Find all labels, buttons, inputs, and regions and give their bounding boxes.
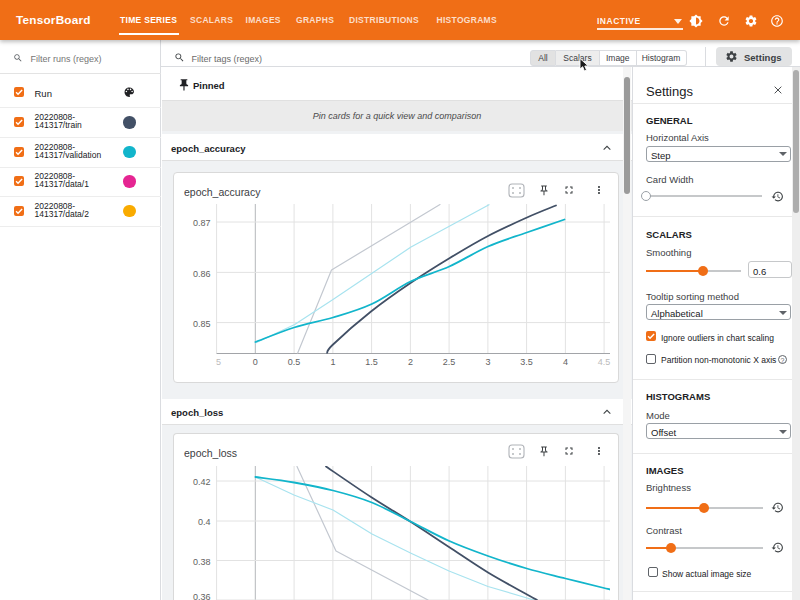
svg-text:2.5: 2.5 [443,357,456,367]
svg-text:2: 2 [408,357,413,367]
svg-text:0.87: 0.87 [193,218,211,228]
svg-text:0: 0 [253,357,258,367]
svg-text:0.85: 0.85 [193,319,211,329]
svg-text:4.5: 4.5 [598,357,611,367]
svg-text:0.86: 0.86 [193,269,211,279]
svg-text:4: 4 [563,357,568,367]
svg-text:1: 1 [330,357,335,367]
svg-text:0.42: 0.42 [193,477,211,487]
svg-text:3.5: 3.5 [520,357,533,367]
svg-text:5: 5 [216,357,221,367]
svg-text:0.4: 0.4 [198,517,211,527]
svg-text:0.5: 0.5 [288,357,301,367]
svg-text:0.38: 0.38 [193,557,211,567]
svg-text:3: 3 [485,357,490,367]
svg-text:0.36: 0.36 [193,592,211,600]
svg-text:1.5: 1.5 [365,357,378,367]
